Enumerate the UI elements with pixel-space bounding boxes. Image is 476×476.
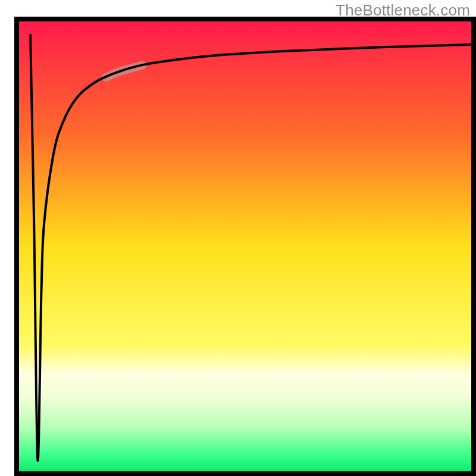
chart-frame: TheBottleneck.com (0, 0, 476, 476)
gradient-background (17, 19, 474, 474)
chart-svg (0, 0, 476, 476)
